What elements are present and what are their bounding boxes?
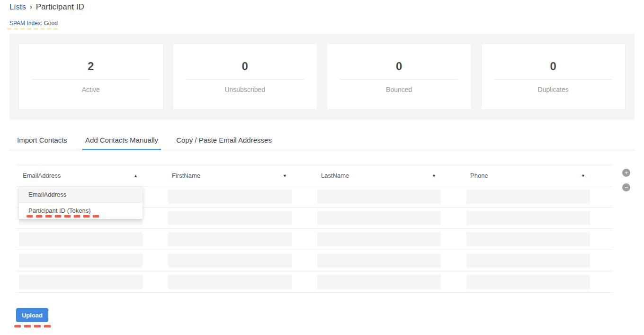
table-cell: [165, 254, 314, 268]
contact-input-firstname[interactable]: [168, 254, 292, 268]
chevron-down-icon: ▼: [581, 173, 585, 178]
contact-grid: EmailAddress ▲ FirstName ▼ LastName ▼ Ph…: [16, 165, 613, 293]
contact-input-lastname[interactable]: [317, 190, 441, 204]
stat-card-unsubscribed: 0 Unsubscribed: [173, 44, 318, 110]
table-cell: [165, 211, 314, 225]
contact-input-phone[interactable]: [466, 254, 590, 268]
stat-divider: [32, 79, 150, 80]
table-row: [16, 229, 613, 250]
column-select-phone[interactable]: Phone ▼: [464, 172, 613, 179]
spam-index-annotation-underline: [7, 28, 58, 30]
breadcrumb-chevron-icon: ›: [30, 3, 32, 10]
table-row: [16, 272, 613, 293]
upload-annotation-underline: [14, 325, 52, 327]
contact-input-firstname[interactable]: [168, 232, 292, 246]
dropdown-option-label: Participant ID (Tokens): [28, 207, 91, 214]
table-cell: [165, 190, 314, 204]
table-cell: [464, 190, 613, 204]
stat-label: Active: [19, 86, 163, 93]
contact-input-lastname[interactable]: [317, 232, 441, 246]
table-cell: [165, 232, 314, 246]
contact-input-firstname[interactable]: [168, 275, 292, 289]
table-cell: [314, 275, 464, 289]
contact-input-lastname[interactable]: [317, 211, 441, 225]
stat-divider: [186, 79, 304, 80]
column-label: FirstName: [172, 172, 200, 179]
stat-card-duplicates: 0 Duplicates: [481, 44, 626, 110]
stat-value: 0: [482, 60, 626, 73]
stat-label: Bounced: [327, 86, 471, 93]
dropdown-option-participant-id-tokens[interactable]: Participant ID (Tokens): [19, 203, 143, 219]
page-title: Participant ID: [36, 2, 84, 12]
tab-add-contacts-manually[interactable]: Add Contacts Manually: [82, 133, 161, 150]
spam-index-value: Good: [44, 20, 57, 27]
table-cell: [464, 254, 613, 268]
spam-index-label: SPAM Index:: [9, 20, 42, 27]
breadcrumb-lists-link[interactable]: Lists: [9, 2, 26, 12]
table-cell: [314, 190, 464, 204]
stat-value: 0: [327, 60, 471, 73]
stat-value: 0: [173, 60, 317, 73]
table-cell: [314, 254, 464, 268]
table-cell: [314, 211, 464, 225]
remove-row-button[interactable]: −: [622, 183, 630, 191]
stat-label: Unsubscribed: [173, 86, 317, 93]
chevron-down-icon: ▼: [283, 173, 287, 178]
dropdown-option-annotation-underline: [27, 215, 102, 217]
table-cell: [464, 211, 613, 225]
add-row-button[interactable]: +: [622, 169, 630, 177]
contact-input-firstname[interactable]: [168, 211, 292, 225]
contact-input-phone[interactable]: [466, 275, 590, 289]
table-cell: [16, 275, 165, 289]
dropdown-option-emailaddress[interactable]: EmailAddress: [19, 187, 143, 203]
table-cell: [464, 275, 613, 289]
table-cell: [16, 254, 165, 268]
stat-label: Duplicates: [482, 86, 626, 93]
stats-panel: 2 Active 0 Unsubscribed 0 Bounced 0 Dupl…: [9, 34, 635, 120]
upload-button[interactable]: Upload: [16, 308, 48, 322]
breadcrumb: Lists › Participant ID: [9, 2, 644, 12]
stat-value: 2: [19, 60, 163, 73]
chevron-down-icon: ▼: [432, 173, 436, 178]
chevron-up-icon: ▲: [134, 173, 138, 178]
table-cell: [165, 275, 314, 289]
contact-input-emailaddress[interactable]: [19, 275, 143, 289]
contact-grid-header: EmailAddress ▲ FirstName ▼ LastName ▼ Ph…: [16, 165, 613, 186]
stat-divider: [340, 79, 458, 80]
contact-input-phone[interactable]: [466, 232, 590, 246]
stat-card-active: 2 Active: [18, 44, 163, 110]
spam-index: SPAM Index: Good: [9, 20, 644, 27]
stat-divider: [494, 79, 612, 80]
column-select-firstname[interactable]: FirstName ▼: [165, 172, 314, 179]
column-label: Phone: [470, 172, 488, 179]
tab-import-contacts[interactable]: Import Contacts: [14, 133, 70, 150]
table-cell: [464, 232, 613, 246]
table-cell: [314, 232, 464, 246]
table-row: [16, 250, 613, 272]
contact-input-lastname[interactable]: [317, 254, 441, 268]
table-cell: [16, 232, 165, 246]
contact-input-lastname[interactable]: [317, 275, 441, 289]
contact-input-phone[interactable]: [466, 211, 590, 225]
column-label: EmailAddress: [23, 172, 61, 179]
tab-bar: Import Contacts Add Contacts Manually Co…: [9, 133, 635, 150]
contact-input-phone[interactable]: [466, 190, 590, 204]
contact-input-emailaddress[interactable]: [19, 254, 143, 268]
column-label: LastName: [321, 172, 349, 179]
contact-input-firstname[interactable]: [168, 190, 292, 204]
stat-card-bounced: 0 Bounced: [327, 44, 472, 110]
column-dropdown-menu: EmailAddress Participant ID (Tokens): [19, 187, 143, 219]
contact-input-emailaddress[interactable]: [19, 232, 143, 246]
tab-copy-paste-email-addresses[interactable]: Copy / Paste Email Addresses: [173, 133, 275, 150]
column-select-emailaddress[interactable]: EmailAddress ▲: [16, 172, 165, 179]
column-select-lastname[interactable]: LastName ▼: [314, 172, 464, 179]
